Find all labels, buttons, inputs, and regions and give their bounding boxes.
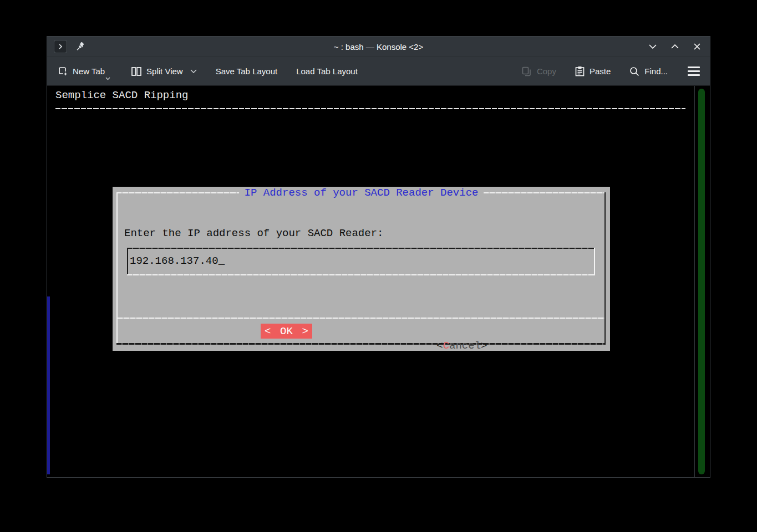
separator-line (55, 108, 685, 109)
pin-icon[interactable] (76, 42, 85, 51)
save-tab-layout-button[interactable]: Save Tab Layout (215, 57, 278, 85)
ip-address-input[interactable]: 192.168.137.40_ (127, 248, 595, 275)
toolbar: New Tab Split View Save Tab Layout Load … (47, 57, 710, 86)
new-tab-label: New Tab (73, 66, 105, 76)
script-header: Semplice SACD Ripping (55, 89, 188, 101)
search-icon (629, 66, 639, 76)
split-view-button[interactable]: Split View (130, 57, 198, 85)
maximize-button[interactable] (670, 42, 680, 52)
new-tab-button[interactable]: New Tab (57, 57, 106, 85)
save-tab-layout-label: Save Tab Layout (216, 66, 277, 76)
dialog-title: IP Address of your SACD Reader Device (239, 187, 484, 200)
window-controls (648, 37, 702, 57)
dialog-border-right (604, 192, 606, 345)
titlebar: ~ : bash — Konsole <2> (47, 37, 710, 57)
prompt-chevron-icon (57, 43, 64, 50)
close-button[interactable] (692, 42, 702, 52)
split-view-dropdown-icon (190, 69, 197, 73)
ip-address-value: 192.168.137.40_ (130, 255, 225, 267)
new-tab-dropdown-icon (105, 77, 110, 80)
terminal-screen[interactable]: Semplice SACD Ripping IP Address of your… (47, 86, 710, 477)
copy-button[interactable]: Copy (521, 57, 557, 85)
find-button[interactable]: Find... (628, 57, 669, 85)
new-tab-icon (58, 66, 68, 76)
copy-label: Copy (537, 66, 556, 76)
cancel-hotkey: C (443, 340, 449, 352)
scrollbar-thumb[interactable] (698, 89, 705, 474)
ok-button[interactable]: < OK > (261, 324, 312, 339)
dialog-prompt: Enter the IP address of your SACD Reader… (124, 227, 383, 239)
konsole-window: ~ : bash — Konsole <2> New Tab (47, 36, 710, 478)
paste-icon (575, 66, 585, 76)
copy-icon (522, 66, 532, 76)
cancel-button-label: ancel (449, 340, 481, 352)
dialog-border-bottom (116, 343, 606, 345)
text-cursor: _ (219, 255, 225, 267)
load-tab-layout-label: Load Tab Layout (296, 66, 358, 76)
split-view-label: Split View (146, 66, 183, 76)
toolbar-right: Copy Paste Find... (504, 57, 700, 85)
left-edge-marker (47, 296, 50, 474)
menu-button[interactable] (688, 66, 700, 76)
konsole-app-icon[interactable] (54, 40, 67, 53)
cancel-button[interactable]: <Cancel> (386, 324, 487, 339)
load-tab-layout-button[interactable]: Load Tab Layout (295, 57, 359, 85)
minimize-button[interactable] (648, 42, 658, 52)
scrollbar-track-divider (694, 86, 695, 477)
split-view-icon (131, 67, 141, 76)
paste-button[interactable]: Paste (574, 57, 612, 85)
paste-label: Paste (590, 66, 611, 76)
dialog-border-left (116, 192, 118, 345)
sacd-ip-dialog: IP Address of your SACD Reader Device En… (113, 187, 610, 351)
find-label: Find... (644, 66, 668, 76)
window-title: ~ : bash — Konsole <2> (47, 42, 710, 52)
button-separator-line (118, 318, 604, 319)
ok-button-label: OK (280, 325, 293, 337)
